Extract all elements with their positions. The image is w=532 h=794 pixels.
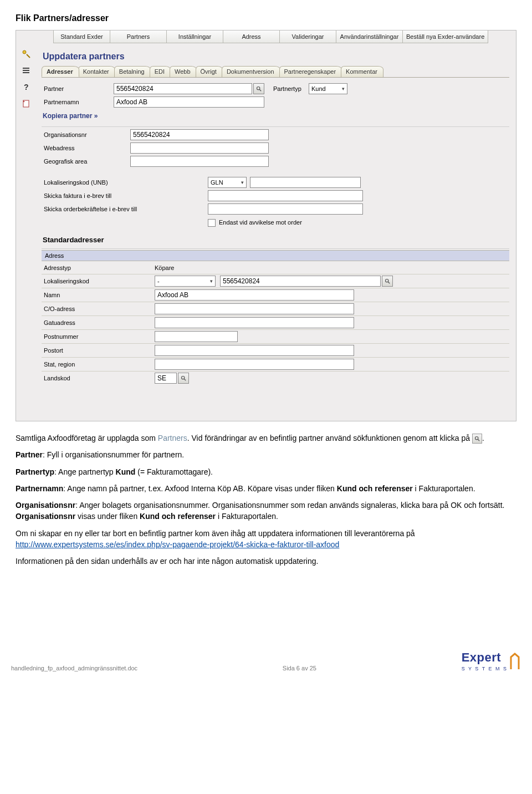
co-input[interactable]	[155, 303, 354, 314]
body-p6: Om ni skapar en ny eller tar bort en bef…	[16, 528, 516, 551]
tab-kontakter[interactable]: Kontakter	[78, 66, 115, 77]
tab-ovrigt[interactable]: Övrigt	[196, 66, 223, 77]
lbl-partner: Partner	[42, 85, 114, 92]
svg-point-6	[257, 87, 260, 90]
lbl-eorder: Skicka orderbekräftelse i e-brev till	[42, 206, 169, 212]
lbl-webadress: Webadress	[42, 145, 114, 151]
partner-search-button[interactable]	[253, 83, 264, 94]
topmenu-adress[interactable]: Adress	[223, 30, 279, 43]
body-p4: Partnernamn: Ange namn på partner, t.ex.…	[16, 483, 516, 494]
page-footer: handledning_fp_axfood_admingränssnittet.…	[0, 573, 532, 677]
search-icon	[256, 86, 262, 91]
topmenu-partners[interactable]: Partners	[110, 30, 166, 43]
kopiera-partner-link[interactable]: Kopiera partner »	[42, 109, 509, 125]
top-menu: Standard Exder Partners Inställningar Ad…	[53, 30, 488, 43]
partnertyp-select[interactable]: Kund	[309, 83, 347, 94]
unb-select[interactable]: GLN	[208, 177, 247, 188]
logo-subtext: S Y S T E M S	[462, 666, 508, 671]
expert-logo: Expert S Y S T E M S	[462, 650, 521, 671]
topmenu-bestall[interactable]: Beställ nya Exder-användare	[402, 30, 488, 43]
svg-text:?: ?	[24, 83, 29, 91]
doc-heading: Flik Partners/adresser	[16, 13, 516, 23]
tab-partneregenskaper[interactable]: Partneregenskaper	[279, 66, 342, 77]
lbl-einv: Skicka faktura i e-brev till	[42, 192, 169, 199]
svg-line-13	[478, 440, 479, 441]
lbl-partnertyp: Partnertyp	[264, 85, 309, 92]
unb-input[interactable]	[250, 177, 361, 188]
postnr-input[interactable]	[155, 331, 238, 342]
lbl-postort: Postort	[44, 347, 155, 354]
topmenu-anvandarinstallningar[interactable]: Användarinställningar	[336, 30, 402, 43]
lbl-postnr: Postnummer	[44, 333, 155, 340]
logo-arrow-icon	[509, 653, 521, 671]
orgnr-input[interactable]	[130, 129, 269, 140]
partnernamn-input[interactable]	[114, 96, 264, 108]
panel-title: Uppdatera partners	[42, 49, 509, 66]
inline-search-icon	[472, 434, 482, 444]
body-p7: Informationen på den sidan underhålls av…	[16, 556, 516, 567]
svg-point-8	[386, 279, 388, 282]
tab-webb[interactable]: Webb	[170, 66, 197, 77]
lbl-namn: Namn	[44, 292, 155, 298]
logo-text: Expert	[462, 650, 501, 664]
search-icon	[385, 278, 390, 284]
tab-betalning[interactable]: Betalning	[114, 66, 151, 77]
lokkod-search-button[interactable]	[382, 276, 393, 287]
svg-line-7	[259, 89, 261, 91]
lbl-co: C/O-adress	[44, 306, 155, 312]
einv-input[interactable]	[208, 190, 363, 201]
lbl-orgnr: Organisationsnr	[42, 131, 114, 138]
body-p3: Partnertyp: Ange partnertyp Kund (= Fakt…	[16, 466, 516, 477]
postort-input[interactable]	[155, 345, 354, 356]
lbl-geo: Geografisk area	[42, 158, 114, 165]
body-p2: Partner: Fyll i organisationsnummer för …	[16, 449, 516, 460]
lokkod-select[interactable]: -	[155, 276, 216, 287]
lbl-landskod: Landskod	[44, 375, 155, 381]
side-icon-strip: ?	[16, 44, 36, 421]
lbl-gata: Gatuadress	[44, 319, 155, 326]
tab-adresser[interactable]: Adresser	[42, 66, 79, 77]
landskod-input[interactable]	[155, 373, 177, 384]
list-icon[interactable]	[22, 66, 30, 75]
body-p5: Organisationsnr: Anger bolagets organisa…	[16, 500, 516, 522]
webadress-input[interactable]	[130, 142, 269, 154]
footer-pagenum: Sida 6 av 25	[283, 665, 316, 671]
tabs-row: Adresser Kontakter Betalning EDI Webb Öv…	[42, 66, 509, 78]
grid-header-adress: Adress	[42, 250, 509, 261]
topmenu-standard-exder[interactable]: Standard Exder	[53, 30, 110, 43]
avvikelse-checkbox[interactable]	[208, 219, 216, 227]
screenshot-frame: Standard Exder Partners Inställningar Ad…	[16, 30, 516, 421]
stat-input[interactable]	[155, 359, 354, 370]
topmenu-installningar[interactable]: Inställningar	[166, 30, 223, 43]
gata-input[interactable]	[155, 317, 354, 328]
svg-line-11	[184, 379, 186, 380]
tab-kommentar[interactable]: Kommentar	[341, 66, 383, 77]
svg-line-9	[388, 282, 390, 283]
leverantor-link[interactable]: http://www.expertsystems.se/es/index.php…	[16, 540, 339, 549]
val-adresstyp: Köpare	[155, 264, 174, 271]
lbl-stat: Stat, region	[44, 361, 155, 368]
lokkod-input[interactable]	[220, 276, 381, 287]
geo-input[interactable]	[130, 156, 269, 167]
avvikelse-label: Endast vid avvikelse mot order	[219, 219, 302, 226]
svg-rect-2	[23, 70, 29, 71]
standardadresser-heading: Standardadresser	[42, 229, 509, 247]
svg-rect-3	[23, 72, 29, 73]
footer-filename: handledning_fp_axfood_admingränssnittet.…	[11, 665, 137, 671]
eorder-input[interactable]	[208, 203, 363, 215]
wizard-icon[interactable]	[22, 49, 30, 58]
landskod-search-button[interactable]	[178, 373, 189, 384]
svg-point-12	[475, 437, 478, 440]
partner-input[interactable]	[114, 83, 252, 94]
help-icon[interactable]: ?	[22, 83, 30, 91]
svg-point-0	[23, 50, 26, 54]
namn-input[interactable]	[155, 289, 354, 301]
tab-dokumentversion[interactable]: Dokumentversion	[222, 66, 280, 77]
topmenu-valideringar[interactable]: Valideringar	[279, 30, 336, 43]
note-icon[interactable]	[22, 99, 30, 108]
svg-point-10	[182, 376, 185, 379]
lbl-lokkod: Lokaliseringskod	[44, 278, 155, 284]
tab-edi[interactable]: EDI	[150, 66, 171, 77]
search-icon	[181, 375, 186, 381]
body-p1: Samtliga Axfoodföretag är upplagda som P…	[16, 432, 516, 444]
